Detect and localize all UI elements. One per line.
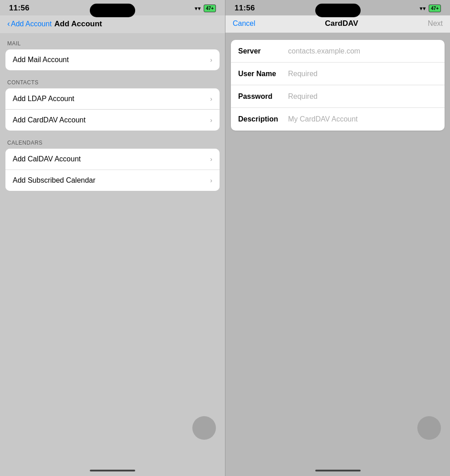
wifi-icon-right: ▾▾	[420, 5, 426, 12]
form-label-username: User Name	[238, 70, 288, 78]
form-input-server[interactable]: contacts.example.com	[288, 47, 437, 55]
back-chevron-icon: ‹	[7, 19, 10, 29]
form-row-description: Description My CardDAV Account	[231, 108, 445, 131]
form-row-username: User Name Required	[231, 63, 445, 85]
home-indicator-left	[90, 470, 135, 471]
section-label-mail: MAIL	[0, 33, 225, 49]
chevron-right-icon-subscribed: ›	[210, 177, 212, 184]
list-item-add-subscribed[interactable]: Add Subscribed Calendar ›	[5, 170, 220, 191]
next-button[interactable]: Next	[428, 19, 443, 28]
list-item-text-add-mail: Add Mail Account	[13, 56, 69, 64]
list-item-text-add-ldap: Add LDAP Account	[13, 95, 74, 103]
list-item-text-add-caldav: Add CalDAV Account	[13, 155, 81, 163]
form-row-server: Server contacts.example.com	[231, 40, 445, 63]
home-indicator-right	[315, 470, 361, 471]
form-label-server: Server	[238, 47, 288, 55]
status-right-left: ▾▾ 47+	[195, 5, 216, 12]
form-row-password: Password Required	[231, 85, 445, 108]
carddav-form-card: Server contacts.example.com User Name Re…	[231, 40, 445, 131]
form-label-password: Password	[238, 92, 288, 101]
section-mail: MAIL Add Mail Account ›	[0, 33, 225, 72]
list-item-add-ldap[interactable]: Add LDAP Account ›	[5, 88, 220, 110]
section-label-contacts: CONTACTS	[0, 72, 225, 88]
wifi-icon-left: ▾▾	[195, 5, 201, 12]
list-item-add-carddav[interactable]: Add CardDAV Account ›	[5, 110, 220, 131]
back-button[interactable]: ‹ Add Account	[7, 19, 52, 29]
section-contacts: CONTACTS Add LDAP Account › Add CardDAV …	[0, 72, 225, 132]
back-label: Add Account	[11, 20, 52, 28]
status-right-right: ▾▾ 47+	[420, 5, 441, 12]
nav-bar-right: Cancel CardDAV Next	[225, 15, 450, 33]
chevron-right-icon-carddav: ›	[210, 117, 212, 124]
nav-bar-left: ‹ Add Account Add Account	[0, 15, 225, 33]
dynamic-island-right	[315, 4, 361, 17]
form-input-password[interactable]: Required	[288, 92, 437, 101]
chevron-right-icon-caldav: ›	[210, 155, 212, 163]
section-label-calendars: CALENDARS	[0, 132, 225, 149]
cancel-button[interactable]: Cancel	[233, 19, 255, 28]
list-item-add-caldav[interactable]: Add CalDAV Account ›	[5, 149, 220, 170]
list-group-mail: Add Mail Account ›	[5, 49, 220, 70]
list-item-text-add-subscribed: Add Subscribed Calendar	[13, 176, 95, 185]
status-time-left: 11:56	[9, 4, 29, 13]
chevron-right-icon: ›	[210, 56, 212, 63]
list-group-calendars: Add CalDAV Account › Add Subscribed Cale…	[5, 149, 220, 191]
list-item-text-add-carddav: Add CardDAV Account	[13, 116, 86, 124]
list-group-contacts: Add LDAP Account › Add CardDAV Account ›	[5, 88, 220, 131]
right-phone-panel: 11:56 ▾▾ 47+ Cancel CardDAV Next Server …	[225, 0, 450, 476]
floating-action-button-left[interactable]	[192, 416, 216, 440]
left-phone-panel: 11:56 ▾▾ 47+ ‹ Add Account Add Account M…	[0, 0, 225, 476]
section-calendars: CALENDARS Add CalDAV Account › Add Subsc…	[0, 132, 225, 193]
battery-badge-left: 47+	[204, 5, 216, 12]
dynamic-island-left	[90, 4, 135, 17]
form-input-username[interactable]: Required	[288, 70, 437, 78]
status-time-right: 11:56	[235, 4, 255, 13]
floating-action-button-right[interactable]	[417, 416, 441, 440]
battery-badge-right: 47+	[429, 5, 441, 12]
page-title-left: Add Account	[54, 19, 102, 29]
form-label-description: Description	[238, 115, 288, 123]
list-item-add-mail[interactable]: Add Mail Account ›	[5, 49, 220, 70]
chevron-right-icon-ldap: ›	[210, 95, 212, 102]
form-input-description[interactable]: My CardDAV Account	[288, 115, 437, 123]
page-title-right: CardDAV	[325, 19, 358, 28]
